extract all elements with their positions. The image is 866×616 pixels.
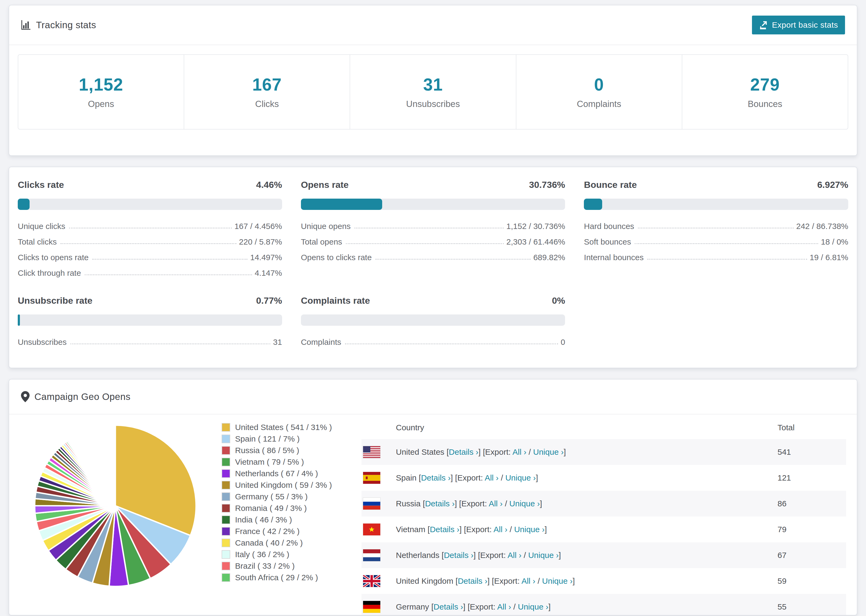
export-all-link[interactable]: All › [485, 473, 499, 482]
legend-swatch [222, 481, 230, 489]
table-row-united-kingdom: United Kingdom [Details ›] [Export: All … [361, 568, 846, 594]
stat-label: Opens [88, 99, 114, 109]
stat-complaints: 0 Complaints [516, 55, 682, 129]
export-unique-link[interactable]: Unique › [514, 525, 545, 534]
legend-swatch [222, 539, 230, 547]
details-link[interactable]: Details › [444, 551, 473, 559]
legend-swatch [222, 458, 230, 466]
table-row-vietnam: Vietnam [Details ›] [Export: All › / Uni… [361, 517, 846, 542]
dotted-leader [85, 274, 252, 275]
stat-clicks: 167 Clicks [184, 55, 350, 129]
progress-fill [18, 199, 30, 210]
stats-summary-box: 1,152 Opens 167 Clicks 31 Unsubscribes 0… [18, 54, 848, 130]
export-basic-stats-button[interactable]: Export basic stats [752, 16, 845, 35]
export-all-link[interactable]: All › [513, 448, 527, 456]
dotted-leader [354, 228, 504, 228]
stat-value: 1,152 [79, 75, 123, 94]
export-unique-link[interactable]: Unique › [528, 551, 559, 559]
clicks-rate-section: Clicks rate 4.46% Unique clicks167 / 4.4… [18, 179, 282, 279]
table-row-united-states: United States [Details ›] [Export: All ›… [361, 439, 846, 465]
rate-title: Unsubscribe rate [18, 295, 93, 306]
legend-swatch [222, 515, 230, 524]
details-link[interactable]: Details › [425, 499, 455, 508]
table-row-spain: Spain [Details ›] [Export: All › / Uniqu… [361, 465, 846, 491]
de-flag-icon [363, 601, 380, 613]
dotted-leader [346, 243, 504, 244]
stat-label: Bounces [748, 99, 782, 109]
stat-label: Unsubscribes [406, 99, 460, 109]
us-flag-icon [363, 446, 380, 458]
rate-row: Unique clicks167 / 4.456% [18, 217, 282, 233]
legend-swatch [222, 504, 230, 512]
map-pin-icon [21, 391, 30, 402]
details-link[interactable]: Details › [430, 525, 459, 534]
rate-row: Total opens2,303 / 61.446% [301, 233, 565, 248]
legend-item: Italy ( 36 / 2% ) [222, 548, 361, 560]
details-link[interactable]: Details › [421, 473, 450, 482]
export-all-link[interactable]: All › [497, 602, 511, 611]
legend-item: Canada ( 40 / 2% ) [222, 537, 361, 548]
stat-value: 31 [423, 75, 443, 94]
rate-row: Hard bounces242 / 86.738% [584, 217, 848, 233]
rate-row: Click through rate4.147% [18, 264, 282, 279]
rate-row: Clicks to opens rate14.497% [18, 248, 282, 264]
progress-track [301, 199, 565, 210]
stat-label: Clicks [255, 99, 279, 109]
stat-value: 167 [252, 75, 282, 94]
gb-flag-icon [363, 575, 380, 587]
nl-flag-icon [363, 549, 380, 561]
country-column-header: Country [396, 416, 778, 439]
dotted-leader [92, 259, 247, 259]
export-icon [759, 20, 768, 30]
progress-track [18, 199, 282, 210]
rate-value: 0% [552, 295, 565, 306]
rate-title: Bounce rate [584, 179, 637, 190]
dotted-leader [345, 344, 558, 344]
legend-swatch [222, 446, 230, 455]
export-unique-link[interactable]: Unique › [509, 499, 540, 508]
export-unique-link[interactable]: Unique › [505, 473, 536, 482]
bar-chart-icon [21, 20, 31, 30]
unsubscribe-rate-section: Unsubscribe rate 0.77% Unsubscribes31 [18, 295, 282, 348]
legend-item: United Kingdom ( 59 / 3% ) [222, 479, 361, 491]
rate-value: 30.736% [529, 179, 565, 190]
total-value: 67 [778, 542, 846, 568]
opens-rate-section: Opens rate 30.736% Unique opens1,152 / 3… [301, 179, 565, 279]
stat-opens: 1,152 Opens [18, 55, 184, 129]
legend-swatch [222, 423, 230, 432]
details-link[interactable]: Details › [433, 602, 463, 611]
progress-track [301, 314, 565, 326]
legend-item: Netherlands ( 67 / 4% ) [222, 468, 361, 479]
dotted-leader [635, 243, 818, 244]
legend-item: Germany ( 55 / 3% ) [222, 491, 361, 502]
rate-row: Total clicks220 / 5.87% [18, 233, 282, 248]
export-unique-link[interactable]: Unique › [518, 602, 548, 611]
total-value: 541 [778, 439, 846, 465]
dotted-leader [638, 228, 794, 228]
total-column-header: Total [778, 416, 846, 439]
export-unique-link[interactable]: Unique › [533, 448, 564, 456]
stat-bounces: 279 Bounces [682, 55, 848, 129]
page-title: Tracking stats [36, 20, 96, 30]
dotted-leader [71, 344, 271, 344]
progress-fill [18, 314, 20, 326]
pie-chart-svg [32, 423, 199, 589]
export-all-link[interactable]: All › [521, 577, 535, 585]
stat-value: 0 [594, 75, 604, 94]
rate-title: Complaints rate [301, 295, 370, 306]
legend-item: Russia ( 86 / 5% ) [222, 445, 361, 456]
total-value: 121 [778, 465, 846, 491]
legend-swatch [222, 435, 230, 443]
total-value: 55 [778, 594, 846, 616]
export-unique-link[interactable]: Unique › [542, 577, 573, 585]
export-all-link[interactable]: All › [493, 525, 507, 534]
details-link[interactable]: Details › [449, 448, 479, 456]
geo-table: Country Total United States [Details ›] … [361, 415, 846, 616]
rate-row: Internal bounces19 / 6.81% [584, 248, 848, 264]
details-link[interactable]: Details › [458, 577, 487, 585]
tracking-stats-header: Tracking stats Export basic stats [9, 5, 857, 45]
legend-swatch [222, 469, 230, 478]
export-all-link[interactable]: All › [507, 551, 521, 559]
export-all-link[interactable]: All › [489, 499, 503, 508]
table-row-russia: Russia [Details ›] [Export: All › / Uniq… [361, 491, 846, 517]
